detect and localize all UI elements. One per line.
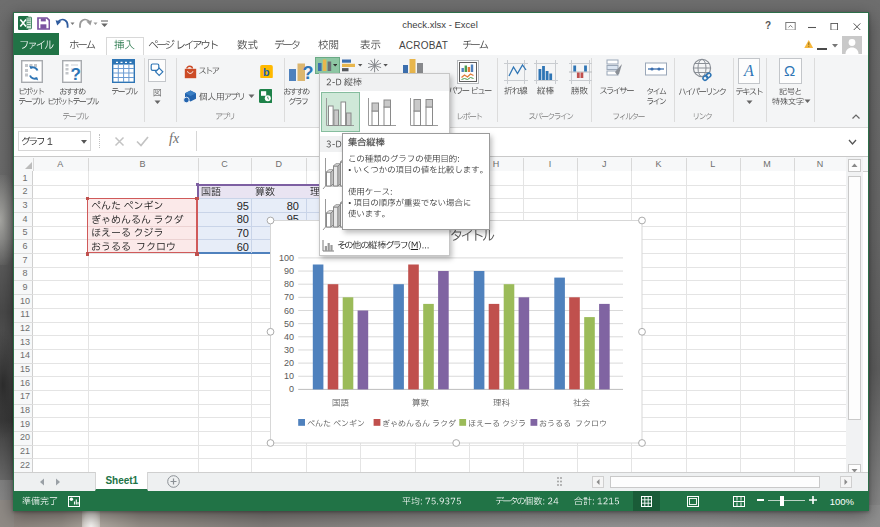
svg-text:Ω: Ω <box>784 62 795 79</box>
svg-text:40: 40 <box>283 332 293 342</box>
svg-text:A: A <box>743 62 754 79</box>
svg-text:?: ? <box>71 65 81 83</box>
svg-text:30: 30 <box>283 345 293 355</box>
svg-text:90: 90 <box>283 266 293 276</box>
svg-text:0: 0 <box>288 385 293 395</box>
svg-text:10: 10 <box>283 371 293 381</box>
svg-text:50: 50 <box>283 319 293 329</box>
svg-text:b: b <box>262 65 269 77</box>
svg-text:80: 80 <box>283 279 293 289</box>
svg-text:100: 100 <box>278 253 293 263</box>
svg-text:20: 20 <box>283 358 293 368</box>
svg-text:?: ? <box>303 63 314 82</box>
svg-text:60: 60 <box>283 306 293 316</box>
svg-text:70: 70 <box>283 293 293 303</box>
